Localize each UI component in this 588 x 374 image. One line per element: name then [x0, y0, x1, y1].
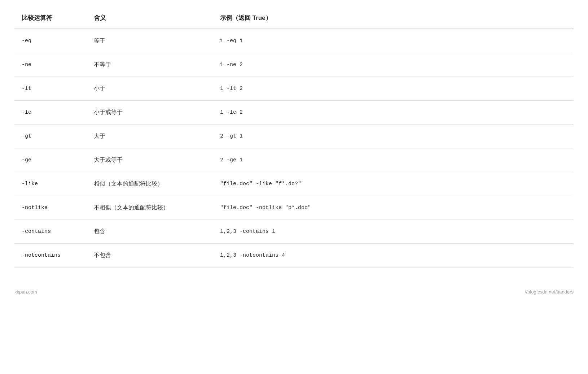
- table-row: -gt大于2 -gt 1: [14, 125, 574, 148]
- cell-operator: -gt: [14, 125, 87, 148]
- table-row: -like相似（文本的通配符比较）"file.doc" -like "f*.do…: [14, 172, 574, 196]
- cell-example: 1,2,3 -contains 1: [213, 220, 574, 244]
- cell-example: 1 -lt 2: [213, 77, 574, 101]
- cell-example: 1 -ne 2: [213, 53, 574, 77]
- cell-meaning: 不包含: [87, 244, 213, 268]
- table-row: -eq等于1 -eq 1: [14, 29, 574, 53]
- cell-example: 1,2,3 -notcontains 4: [213, 244, 574, 268]
- cell-operator: -notlike: [14, 196, 87, 220]
- table-row: -notlike不相似（文本的通配符比较）"file.doc" -notlike…: [14, 196, 574, 220]
- footer-left: kkpan.com: [14, 289, 37, 295]
- cell-operator: -eq: [14, 29, 87, 53]
- cell-meaning: 小于或等于: [87, 101, 213, 125]
- header-meaning: 含义: [87, 7, 213, 29]
- cell-meaning: 等于: [87, 29, 213, 53]
- footer: kkpan.com //blog.csdn.net/Itanders: [0, 286, 588, 298]
- cell-operator: -notcontains: [14, 244, 87, 268]
- table-row: -le小于或等于1 -le 2: [14, 101, 574, 125]
- cell-meaning: 不等于: [87, 53, 213, 77]
- table-row: -ne不等于1 -ne 2: [14, 53, 574, 77]
- table-header-row: 比较运算符 含义 示例（返回 True）: [14, 7, 574, 29]
- cell-operator: -like: [14, 172, 87, 196]
- cell-operator: -contains: [14, 220, 87, 244]
- comparison-table: 比较运算符 含义 示例（返回 True） -eq等于1 -eq 1-ne不等于1…: [14, 7, 574, 268]
- cell-meaning: 包含: [87, 220, 213, 244]
- cell-operator: -ne: [14, 53, 87, 77]
- cell-example: 2 -gt 1: [213, 125, 574, 148]
- main-container: 比较运算符 含义 示例（返回 True） -eq等于1 -eq 1-ne不等于1…: [0, 0, 588, 282]
- footer-right: //blog.csdn.net/Itanders: [525, 289, 574, 295]
- cell-example: 1 -eq 1: [213, 29, 574, 53]
- cell-operator: -lt: [14, 77, 87, 101]
- cell-example: 2 -ge 1: [213, 148, 574, 172]
- cell-meaning: 相似（文本的通配符比较）: [87, 172, 213, 196]
- cell-meaning: 不相似（文本的通配符比较）: [87, 196, 213, 220]
- table-row: -notcontains不包含1,2,3 -notcontains 4: [14, 244, 574, 268]
- table-row: -lt小于1 -lt 2: [14, 77, 574, 101]
- cell-example: "file.doc" -notlike "p*.doc": [213, 196, 574, 220]
- true-bold: True: [253, 14, 266, 21]
- cell-meaning: 大于或等于: [87, 148, 213, 172]
- table-row: -contains包含1,2,3 -contains 1: [14, 220, 574, 244]
- cell-meaning: 大于: [87, 125, 213, 148]
- header-example: 示例（返回 True）: [213, 7, 574, 29]
- header-operator: 比较运算符: [14, 7, 87, 29]
- cell-meaning: 小于: [87, 77, 213, 101]
- cell-example: 1 -le 2: [213, 101, 574, 125]
- cell-operator: -le: [14, 101, 87, 125]
- cell-operator: -ge: [14, 148, 87, 172]
- cell-example: "file.doc" -like "f*.do?": [213, 172, 574, 196]
- table-row: -ge大于或等于2 -ge 1: [14, 148, 574, 172]
